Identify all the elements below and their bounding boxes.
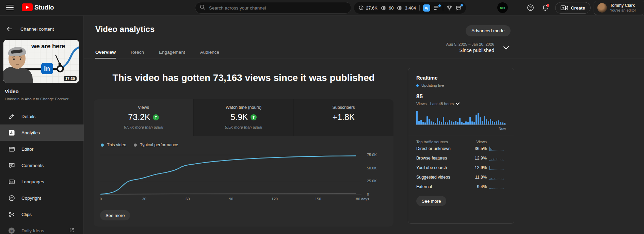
- traffic-source-pct: 12.9%: [472, 156, 487, 161]
- realtime-views-label[interactable]: Views · Last 48 hours: [416, 102, 506, 106]
- see-more-button[interactable]: See more: [100, 210, 130, 220]
- sidebar-item-languages[interactable]: Languages: [0, 173, 84, 190]
- extension-avatar[interactable]: nex: [497, 2, 508, 13]
- help-icon[interactable]: [527, 4, 534, 12]
- user-role: You're an editor: [610, 8, 636, 13]
- spark-bar: [489, 160, 490, 161]
- tab-engagement[interactable]: Engagement: [159, 50, 185, 59]
- notification-dot: [547, 4, 549, 7]
- traffic-row: Direct or unknown36.5%: [416, 144, 506, 153]
- spark-bar: [493, 188, 493, 189]
- spark-bar: [492, 188, 492, 189]
- chevron-down-icon: [455, 102, 460, 105]
- spark-bar: [493, 169, 493, 170]
- sidebar-item-clips[interactable]: Clips: [0, 206, 84, 222]
- spark-bar: [502, 179, 502, 180]
- tab-overview[interactable]: Overview: [95, 50, 116, 59]
- trophy-icon[interactable]: [447, 5, 452, 11]
- copyright-icon: [8, 195, 15, 201]
- spark-bar: [492, 149, 492, 151]
- sidebar-video-title: LinkedIn Is About to Change Forever…: [5, 97, 79, 101]
- date-range-picker[interactable]: Aug 5, 2025 – Jan 28, 2026 Since publish…: [446, 42, 509, 54]
- spark-bar: [492, 160, 492, 161]
- traffic-source-pct: 11.8%: [472, 175, 487, 180]
- realtime-bar: [459, 118, 461, 124]
- realtime-bar: [433, 122, 434, 124]
- realtime-bar: [482, 121, 483, 124]
- youtube-studio-app: Studio 27.6K 60 3,404 IQ: [0, 0, 644, 234]
- spark-bar: [495, 188, 495, 189]
- sidebar-item-daily-ideas[interactable]: IQ Daily Ideas: [0, 222, 84, 234]
- spark-bar: [489, 166, 490, 170]
- spark-bar: [489, 188, 490, 189]
- tab-reach[interactable]: Reach: [131, 50, 144, 59]
- realtime-bar: [500, 122, 501, 124]
- chat-icon[interactable]: [456, 5, 462, 11]
- spark-bar: [495, 178, 495, 180]
- realtime-bar: [463, 123, 465, 124]
- spark-bar: [494, 169, 494, 170]
- playlist-menu-icon[interactable]: [434, 5, 439, 11]
- realtime-bar: [469, 117, 471, 124]
- thumbnail-caption: we are here: [31, 43, 65, 50]
- spark-bar: [492, 169, 492, 170]
- realtime-bar: [426, 116, 428, 124]
- realtime-bar: [490, 119, 491, 124]
- realtime-bar: [435, 123, 436, 124]
- advanced-mode-button[interactable]: Advanced mode: [466, 25, 511, 36]
- realtime-bar: [504, 123, 505, 124]
- menu-hamburger-icon[interactable]: [6, 4, 14, 11]
- x-tick-label: 60: [186, 197, 190, 201]
- page-title: Video analytics: [95, 24, 155, 34]
- spark-bar: [500, 150, 500, 151]
- sidebar-item-editor[interactable]: Editor: [0, 141, 84, 157]
- x-tick-label: 90: [229, 197, 233, 201]
- clock-icon: [358, 5, 364, 11]
- realtime-bar: [439, 121, 440, 124]
- spark-bar: [502, 150, 502, 151]
- back-to-channel-content[interactable]: Channel content: [0, 24, 84, 34]
- traffic-source-pct: 36.5%: [472, 146, 487, 151]
- traffic-sparkline: [489, 175, 506, 180]
- realtime-bar: [431, 121, 432, 124]
- svg-text:in: in: [44, 65, 50, 72]
- account-chip[interactable]: Tommy Clark You're an editor: [594, 1, 644, 15]
- date-range-text: Aug 5, 2025 – Jan 28, 2026: [446, 42, 494, 47]
- video-thumbnail[interactable]: in we are here 17:30: [3, 40, 79, 83]
- spark-bar: [493, 179, 493, 180]
- metric-tab-views[interactable]: Views 73.2K 67.7K more than usual: [94, 99, 193, 136]
- realtime-bar: [449, 120, 450, 124]
- realtime-bar: [480, 117, 481, 124]
- vidiq-icon[interactable]: IQ: [423, 4, 430, 12]
- metric-tab-watch-time[interactable]: Watch time (hours) 5.9K 5.5K more than u…: [193, 99, 293, 136]
- sidebar-item-details[interactable]: Details: [0, 108, 84, 124]
- spark-bar: [493, 150, 493, 151]
- spark-bar: [499, 169, 499, 170]
- spark-bar: [494, 150, 494, 151]
- realtime-bar: [416, 111, 418, 124]
- create-button[interactable]: Create: [555, 2, 591, 14]
- studio-logo[interactable]: Studio: [22, 3, 54, 11]
- tab-audience[interactable]: Audience: [200, 50, 219, 59]
- user-name: Tommy Clark: [610, 3, 636, 8]
- spark-bar: [501, 150, 501, 151]
- sidebar-item-copyright[interactable]: Copyright: [0, 190, 84, 206]
- traffic-source-label: Direct or unknown: [416, 146, 472, 151]
- realtime-bar: [420, 120, 422, 124]
- realtime-see-more-button[interactable]: See more: [416, 196, 446, 206]
- spark-bar: [503, 179, 503, 180]
- video-duration-badge: 17:30: [64, 76, 77, 81]
- realtime-bar: [455, 121, 456, 124]
- bar-chart-icon: [8, 129, 15, 136]
- realtime-bar: [437, 118, 438, 124]
- extension-stats-bar[interactable]: 27.6K 60 3,404 IQ: [354, 2, 466, 14]
- realtime-bar: [467, 122, 469, 124]
- realtime-bar: [476, 115, 477, 124]
- search-input[interactable]: [209, 5, 347, 11]
- sidebar-item-analytics[interactable]: Analytics: [0, 124, 84, 141]
- spark-bar: [489, 179, 490, 180]
- metric-tab-subscribers[interactable]: Subscribers +1.8K: [293, 99, 393, 136]
- sidebar-item-comments[interactable]: Comments: [0, 157, 84, 173]
- back-label: Channel content: [20, 27, 54, 32]
- notifications-bell-icon[interactable]: [542, 4, 549, 11]
